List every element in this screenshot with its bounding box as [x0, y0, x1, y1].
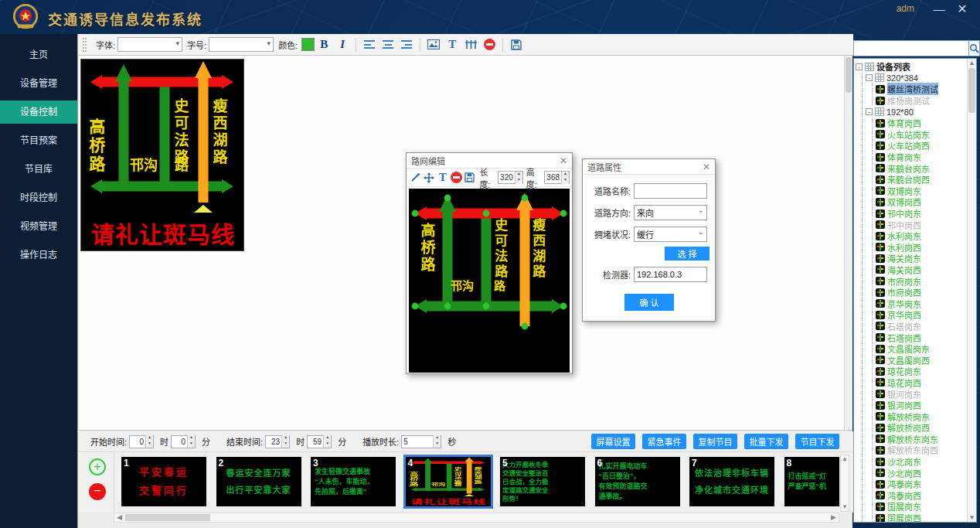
road-edit-canvas[interactable]: 高桥路史可法路瘦西湖路邗沟路: [409, 189, 570, 373]
road-properties-titlebar[interactable]: 道路属性 ✕: [583, 159, 715, 175]
end-hour-stepper[interactable]: 23▲▼: [265, 435, 290, 448]
select-detector-button[interactable]: 选 择: [665, 247, 709, 261]
playlist-item-2[interactable]: 2春运安全连万家出行平安靠大家: [216, 457, 301, 506]
device-item[interactable]: 沙北岗东: [876, 456, 964, 468]
device-item[interactable]: 文昌阁岗西: [876, 354, 964, 366]
device-search-button[interactable]: [969, 40, 980, 56]
device-item[interactable]: 海关岗东: [876, 253, 964, 264]
stepper-arrows[interactable]: ▲▼: [515, 172, 522, 184]
device-item[interactable]: 国展岗东: [876, 501, 964, 513]
align-left-button[interactable]: [361, 36, 378, 53]
congestion-select[interactable]: 缓行: [634, 227, 707, 242]
window-minimize-button[interactable]: —: [931, 2, 948, 17]
window-close-button[interactable]: ✕: [954, 2, 971, 17]
action-button-4[interactable]: 批量下发: [744, 434, 788, 449]
action-button-3[interactable]: 复制节目: [693, 434, 737, 449]
tree-vertical-scrollbar[interactable]: ▲ ▼: [967, 59, 976, 522]
device-item[interactable]: 双博岗西: [876, 196, 964, 208]
font-family-dropdown[interactable]: [117, 37, 182, 52]
device-item[interactable]: 水利岗西: [876, 242, 964, 254]
device-item[interactable]: 银河岗西: [876, 400, 964, 411]
device-item[interactable]: 鸿泰岗东: [876, 479, 964, 490]
playlist-horizontal-scrollbar[interactable]: ◀ ▶: [114, 513, 839, 523]
device-item[interactable]: 体育岗西: [876, 118, 964, 129]
sidebar-item-1[interactable]: 主页: [0, 43, 77, 66]
tree-expander-icon[interactable]: -: [866, 108, 873, 115]
color-swatch[interactable]: [301, 38, 315, 51]
device-item[interactable]: 银河岗东: [876, 388, 964, 400]
stepper-arrows[interactable]: ▲▼: [561, 172, 569, 184]
move-button[interactable]: [424, 171, 436, 185]
device-search-input[interactable]: [853, 40, 969, 56]
bold-button[interactable]: B: [315, 36, 332, 53]
edit-delete-button[interactable]: [451, 171, 463, 185]
playlist-item-4[interactable]: 4高桥路史可法路瘦西湖路邗沟路请礼让斑马线: [406, 457, 491, 506]
sidebar-item-2[interactable]: 设备管理: [0, 72, 77, 95]
playlist-vertical-scrollbar[interactable]: ▲ ▼: [840, 455, 849, 512]
height-stepper[interactable]: 368 ▲▼: [544, 171, 570, 184]
device-item[interactable]: 邗中岗东: [876, 208, 964, 220]
tree-group-192x80[interactable]: -192*80: [866, 106, 964, 118]
device-item[interactable]: 市府岗西: [876, 287, 964, 298]
device-item[interactable]: 国展岗西: [876, 513, 964, 523]
stepper-arrows[interactable]: ▲▼: [323, 435, 331, 448]
scrollbar-thumb[interactable]: [968, 68, 975, 113]
device-item[interactable]: 解放桥岗西: [876, 422, 964, 434]
action-button-2[interactable]: 紧急事件: [642, 434, 686, 449]
sidebar-item-8[interactable]: 操作日志: [0, 244, 77, 267]
length-stepper[interactable]: 320 ▲▼: [498, 171, 523, 184]
device-item[interactable]: 鸿泰岗西: [876, 490, 964, 502]
road-properties-close-icon[interactable]: ✕: [703, 162, 710, 172]
tree-root-row[interactable]: -设备列表: [856, 61, 964, 73]
scroll-down-arrow-icon[interactable]: ▼: [968, 513, 976, 522]
canvas-vertical-scrollbar[interactable]: [844, 56, 852, 431]
device-item[interactable]: 水利岗东: [876, 230, 964, 242]
tree-expander-icon[interactable]: -: [866, 74, 873, 81]
toolbar-grip[interactable]: [83, 38, 87, 52]
delete-button[interactable]: [481, 36, 498, 53]
scroll-left-arrow-icon[interactable]: ◀: [114, 513, 124, 522]
scroll-up-arrow-icon[interactable]: ▲: [968, 59, 976, 67]
duration-stepper[interactable]: 5▲▼: [401, 435, 441, 448]
insert-text-button[interactable]: T: [444, 36, 461, 53]
sidebar-item-6[interactable]: 时段控制: [0, 186, 77, 209]
device-item[interactable]: 解放桥东岗西: [876, 445, 964, 456]
edit-save-button[interactable]: [464, 171, 476, 185]
edit-text-button[interactable]: T: [437, 171, 449, 185]
confirm-button[interactable]: 确 认: [624, 294, 674, 311]
device-item[interactable]: 螺丝湾桥测试: [876, 83, 964, 95]
stepper-arrows[interactable]: ▲▼: [281, 435, 289, 448]
device-item[interactable]: 海关岗西: [876, 264, 964, 276]
sign-preview[interactable]: 高桥路史可法路瘦西湖路邗沟路请礼让斑马线: [80, 59, 244, 251]
device-item[interactable]: 维扬岗测试: [876, 95, 964, 107]
playlist-item-6[interactable]: 6扎实开展电动车“百日整治”，有效预防道路交通事故。: [595, 457, 680, 506]
design-canvas[interactable]: 高桥路史可法路瘦西湖路邗沟路请礼让斑马线 路网编辑 ✕ T: [79, 56, 852, 431]
device-item[interactable]: 石塔岗西: [876, 332, 964, 343]
device-item[interactable]: 体育岗东: [876, 152, 964, 163]
align-right-button[interactable]: [398, 36, 415, 53]
scroll-right-arrow-icon[interactable]: ▶: [829, 513, 839, 522]
device-item[interactable]: 石塔岗东: [876, 321, 964, 332]
device-item[interactable]: 双博岗东: [876, 186, 964, 197]
device-item[interactable]: 解放桥岗东: [876, 410, 964, 422]
road-network-button[interactable]: [462, 36, 479, 53]
end-minute-stepper[interactable]: 59▲▼: [307, 435, 332, 448]
insert-image-button[interactable]: [425, 36, 442, 53]
font-size-dropdown[interactable]: [209, 37, 274, 52]
scroll-up-arrow-icon[interactable]: ▲: [841, 455, 849, 463]
stepper-arrows[interactable]: ▲▼: [433, 435, 441, 448]
action-button-5[interactable]: 节目下发: [795, 434, 839, 449]
add-program-button[interactable]: +: [89, 458, 106, 475]
device-item[interactable]: 市府岗东: [876, 275, 964, 287]
playlist-item-5[interactable]: 5大力开展秋冬季交通安全整治百日会战，全力稳定道路交通安全形势！: [500, 457, 585, 506]
sidebar-item-5[interactable]: 节目库: [0, 158, 77, 181]
start-minute-stepper[interactable]: 0▲▼: [171, 435, 196, 448]
scroll-down-arrow-icon[interactable]: ▼: [841, 503, 849, 511]
road-direction-select[interactable]: 来向: [634, 205, 707, 220]
device-item[interactable]: 来鹤台岗西: [876, 174, 964, 186]
device-item[interactable]: 火车站岗西: [876, 140, 964, 152]
remove-program-button[interactable]: −: [89, 483, 106, 500]
italic-button[interactable]: I: [334, 36, 351, 53]
playlist-item-3[interactable]: 3发生轻微交通事故“人未伤，车能动，先拍照，后撤离”: [311, 457, 396, 506]
align-center-button[interactable]: [379, 36, 396, 53]
